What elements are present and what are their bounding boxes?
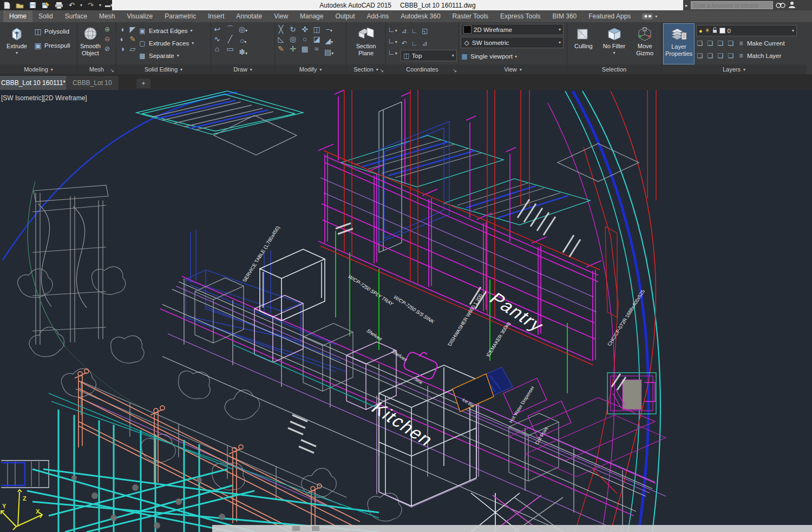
offset-icon[interactable]: ≈ [312,44,321,53]
save-as-icon[interactable] [41,1,50,9]
tab-solid[interactable]: Solid [32,10,59,22]
ucs-z-axis-icon[interactable]: ∟ [411,27,418,35]
mesh-launcher-icon[interactable]: ↘ [110,68,114,73]
search-binoculars-icon[interactable] [776,1,785,10]
visual-style-dropdown[interactable]: 2D Wireframe ▾ [461,24,564,35]
polyline-icon[interactable]: ↩ [213,25,221,34]
connect-icon[interactable]: ▾ [642,10,657,22]
redo-icon[interactable]: ↷ [86,1,95,9]
model-space-canvas[interactable]: [SW Isometric][2D Wireframe] Pantry Kitc… [0,90,812,532]
panel-draw-footer[interactable]: Draw▾ [211,64,274,74]
rectangle-icon[interactable]: ▭ [226,44,234,53]
extrude-faces-button[interactable]: ▢ Extrude Faces▾ [139,37,194,49]
stretch-icon[interactable]: ✛ [289,44,297,53]
polysolid-button[interactable]: ◫ Polysolid [34,25,70,38]
spline-icon[interactable]: ∿ [213,35,221,43]
make-current-button[interactable]: ≡ Make Current [737,38,785,48]
ucs-undo-icon[interactable]: ↶ [401,39,408,48]
array-icon[interactable]: ▦ [300,44,309,53]
new-drawing-tab-button[interactable]: + [136,79,150,88]
slice-icon[interactable]: ◤ [128,25,137,34]
mirror-icon[interactable]: ◪ [312,35,321,43]
layer-properties-button[interactable]: Layer Properties [663,23,695,64]
union-icon[interactable]: ◖ [118,25,127,34]
separate-button[interactable]: ▩ Separate▾ [139,50,194,61]
sign-in-icon[interactable] [788,1,796,10]
undo-icon[interactable]: ↶ [67,1,76,9]
panel-mesh-footer[interactable]: Mesh ↘ [77,64,116,74]
redo-dropdown-icon[interactable]: ▾ [99,3,101,8]
file-tab-inactive[interactable]: CBBB_Lot 10 [66,76,119,90]
fillet-edge-icon[interactable]: ✎ [128,35,137,43]
tab-insert[interactable]: Insert [202,10,230,22]
tab-add-ins[interactable]: Add-ins [361,10,395,22]
ucs-previous-icon[interactable]: ∟▾ [388,36,397,47]
mesh-refine-icon[interactable]: ⊕ [103,25,111,34]
panel-modeling-footer[interactable]: Modeling▾ [0,64,77,74]
panel-modify-footer[interactable]: Modify▾ [275,64,346,74]
copy-icon[interactable]: ◫ [312,25,321,34]
undo-dropdown-icon[interactable]: ▾ [80,3,82,8]
tab-view[interactable]: View [268,10,294,22]
section-plane-button[interactable]: Section Plane [350,23,382,64]
named-view-dropdown[interactable]: ◫ Top ▾ [401,50,457,61]
tab-parametric[interactable]: Parametric [159,10,202,22]
tab-express-tools[interactable]: Express Tools [494,10,546,22]
grid-array-icon[interactable]: ▤▾ [324,48,333,58]
smooth-object-button[interactable]: Smooth Object [79,23,102,64]
explode-icon[interactable]: −▾ [324,25,333,35]
mesh-reduce-icon[interactable]: ⊖ [103,35,111,43]
ucs-view-icon[interactable]: ◱ [421,27,429,35]
panel-layers-footer[interactable]: Layers▾ [662,64,807,74]
tab-visualize[interactable]: Visualize [121,10,159,22]
new-file-icon[interactable] [2,1,11,9]
save-icon[interactable] [28,1,37,9]
tab-output[interactable]: Output [329,10,361,22]
chamfer-icon[interactable]: ◢▾ [324,36,333,47]
no-filter-dropdown-icon[interactable]: ▾ [613,50,615,56]
panel-section-footer[interactable]: Section▾ ↘ [346,64,385,74]
ucs-3point-icon[interactable]: ⊿ [421,39,429,48]
extrude-button[interactable]: Extrude ▾ [2,23,32,64]
move-icon[interactable]: ✜ [300,25,309,34]
subtract-icon[interactable]: ◐ [118,35,127,43]
scale-icon[interactable]: ◎ [289,35,297,43]
line-icon[interactable]: ╱ [226,35,234,43]
command-line-bar[interactable] [212,525,812,532]
fillet-icon[interactable]: ◺ [277,35,285,43]
viewport-config-button[interactable]: ▦ Single viewport ▾ [461,50,565,63]
no-filter-button[interactable]: No Filter ▾ [600,23,629,64]
layer-dropdown[interactable]: ● ☀ 0 ▾ [696,25,797,36]
tab-featured-apps[interactable]: Featured Apps [582,10,637,22]
layer-isolate-icon[interactable]: ❏ [706,39,714,48]
tab-bim-360[interactable]: BIM 360 [547,10,583,22]
layer-lock-icon[interactable]: ❏ [727,39,735,48]
view-preset-dropdown[interactable]: ◇ SW Isometric ▾ [461,37,564,48]
panel-view-footer[interactable]: View▾ [459,64,567,74]
coordinates-launcher-icon[interactable]: ↘ [453,68,457,73]
measure-icon[interactable]: ✎ [277,44,285,53]
circle-icon[interactable]: ◎▾ [239,25,247,35]
plot-icon[interactable] [54,1,63,9]
intersect-icon[interactable]: ◑ [118,44,127,53]
extract-edges-button[interactable]: ▣ Extract Edges▾ [139,25,194,36]
panel-coordinates-footer[interactable]: Coordinates ↘ [386,64,459,74]
open-file-icon[interactable] [15,1,24,9]
panel-solid-editing-footer[interactable]: Solid Editing▾ [116,64,211,74]
tab-raster-tools[interactable]: Raster Tools [447,10,494,22]
tab-home[interactable]: Home [3,10,32,22]
arc-icon[interactable]: ⌒ [226,25,234,34]
tab-mesh[interactable]: Mesh [93,10,121,22]
ucs-icon-show[interactable]: ⊿ [401,27,408,35]
layer-on-icon[interactable]: ❏ [696,51,704,60]
layer-unisolate-icon[interactable]: ❏ [706,51,714,60]
circle-mod-icon[interactable]: ○ [300,35,309,43]
infocenter-collapse-icon[interactable]: ▸ [685,3,688,8]
trim-icon[interactable]: ╳ [277,25,285,34]
section-launcher-icon[interactable]: ↘ [379,68,384,73]
culling-button[interactable]: Culling [569,23,598,64]
move-gizmo-button[interactable]: Move Gizmo [630,23,659,64]
ucs-world-icon[interactable]: ∟▾ [388,25,397,35]
tab-autodesk-360[interactable]: Autodesk 360 [395,10,446,22]
ucs-face-icon[interactable]: ∟ [411,39,418,48]
